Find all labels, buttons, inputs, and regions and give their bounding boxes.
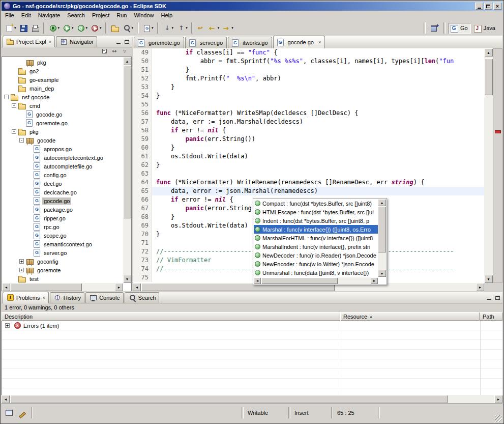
scroll-right-arrow[interactable]: ► bbox=[115, 283, 123, 291]
editor-vertical-scrollbar[interactable]: ▲ ▼ bbox=[484, 48, 493, 283]
scroll-left-arrow[interactable]: ◄ bbox=[2, 395, 10, 403]
scrollbar-thumb[interactable] bbox=[261, 277, 338, 284]
scrollbar-thumb[interactable] bbox=[11, 283, 82, 291]
bottom-tab-problems[interactable]: Problems× bbox=[3, 292, 49, 303]
scroll-up-arrow[interactable]: ▲ bbox=[378, 199, 386, 206]
tree-item-gocode-go[interactable]: gocode.go bbox=[2, 196, 123, 205]
run-button[interactable]: ▾ bbox=[62, 23, 75, 34]
menu-file[interactable]: File bbox=[2, 11, 18, 19]
print-button[interactable] bbox=[30, 23, 41, 34]
overview-ruler[interactable] bbox=[493, 48, 502, 283]
editor-tab-gocode-go[interactable]: gocode.go× bbox=[273, 36, 325, 49]
scroll-down-arrow[interactable]: ▼ bbox=[484, 275, 493, 283]
close-button[interactable]: × bbox=[493, 3, 501, 10]
minimize-view-button[interactable] bbox=[115, 39, 122, 45]
scroll-right-arrow[interactable]: ► bbox=[494, 395, 502, 403]
line-number[interactable]: 64 bbox=[133, 178, 152, 187]
maximize-view-button[interactable] bbox=[123, 39, 130, 45]
line-number[interactable]: 60 bbox=[133, 144, 152, 152]
scroll-down-arrow[interactable]: ▼ bbox=[123, 275, 131, 283]
tree-item-config-go[interactable]: config.go bbox=[2, 171, 123, 179]
editor-mode-icon[interactable] bbox=[17, 408, 27, 417]
perspective-go[interactable]: Go bbox=[449, 23, 471, 34]
code-line-51[interactable]: 51 } bbox=[133, 66, 484, 74]
editor-tab-server-go[interactable]: server.go bbox=[185, 37, 227, 48]
scrollbar-thumb[interactable] bbox=[10, 395, 448, 403]
completion-item-unmarshal[interactable]: Unmarshal : func(data []uint8, v interfa… bbox=[254, 268, 378, 277]
menu-navigate[interactable]: Navigate bbox=[35, 11, 64, 19]
menu-search[interactable]: Search bbox=[64, 11, 88, 19]
tree-item-autocompletefile-go[interactable]: autocompletefile.go bbox=[2, 162, 123, 171]
external-tools-button[interactable]: ▾ bbox=[90, 23, 103, 34]
tree-expander-icon[interactable]: + bbox=[19, 259, 24, 264]
problems-row-errors-1-item[interactable]: +×Errors (1 item) bbox=[2, 321, 502, 330]
tree-expander-icon[interactable]: - bbox=[12, 129, 16, 134]
code-line-50[interactable]: 50 abbr = fmt.Sprintf("%s %s%s", classes… bbox=[133, 57, 484, 66]
line-number[interactable]: 61 bbox=[133, 152, 152, 161]
scroll-left-arrow[interactable]: ◄ bbox=[133, 283, 141, 291]
scroll-left-arrow[interactable]: ◄ bbox=[254, 277, 261, 284]
maximize-view-button[interactable] bbox=[494, 295, 501, 301]
save-button[interactable] bbox=[18, 23, 29, 34]
line-number[interactable]: 74 bbox=[133, 265, 152, 273]
new-wizard-button[interactable]: ▾ bbox=[4, 23, 17, 34]
column-header-resource[interactable]: Resource▲ bbox=[340, 312, 480, 321]
problems-horizontal-scrollbar[interactable]: ◄ ► bbox=[2, 395, 502, 403]
prev-annotation-button[interactable]: ▾ bbox=[175, 23, 189, 34]
close-icon[interactable]: × bbox=[49, 39, 51, 44]
completion-item-newdecoder[interactable]: NewDecoder : func(r io.Reader) *json.Dec… bbox=[254, 251, 378, 260]
tree-item-semanticcontext-go[interactable]: semanticcontext.go bbox=[2, 240, 123, 248]
explorer-tab-navigator[interactable]: Navigator bbox=[56, 36, 97, 47]
editor-tab-itworks-go[interactable]: itworks.go bbox=[228, 37, 272, 48]
bottom-tab-search[interactable]: Search bbox=[125, 292, 160, 303]
tree-item-goremote-go[interactable]: goremote.go bbox=[2, 119, 123, 127]
tree-item-server-go[interactable]: server.go bbox=[2, 248, 123, 257]
scroll-down-arrow[interactable]: ▼ bbox=[378, 270, 386, 277]
line-number[interactable]: 49 bbox=[133, 48, 152, 57]
line-number[interactable]: 72 bbox=[133, 247, 152, 256]
last-edit-button[interactable] bbox=[196, 23, 206, 34]
code-line-62[interactable]: 62} bbox=[133, 161, 484, 169]
titlebar[interactable]: Go - nsf-gocode/src/pkg/gocode/gocode.go… bbox=[2, 2, 502, 11]
scrollbar-thumb[interactable] bbox=[378, 207, 386, 252]
completion-item-htmlescape[interactable]: HTMLEscape : func(dst *bytes.Buffer, src… bbox=[254, 208, 378, 216]
tree-item-cmd[interactable]: -cmd bbox=[2, 101, 123, 110]
code-line-49[interactable]: 49 if classes[i] == "func" { bbox=[133, 48, 484, 57]
tree-item-go2[interactable]: go2 bbox=[2, 67, 123, 75]
code-line-63[interactable]: 63 bbox=[133, 169, 484, 178]
line-number[interactable]: 66 bbox=[133, 195, 152, 204]
scroll-up-arrow[interactable]: ▲ bbox=[484, 48, 493, 56]
line-number[interactable]: 69 bbox=[133, 221, 152, 230]
menu-edit[interactable]: Edit bbox=[18, 11, 35, 19]
tree-item-main-dep[interactable]: main_dep bbox=[2, 84, 123, 93]
code-line-56[interactable]: 56func (*NiceFormatter) WriteSMap(declde… bbox=[133, 109, 484, 118]
code-line-61[interactable]: 61 os.Stdout.Write(data) bbox=[133, 152, 484, 161]
tree-expander-icon[interactable]: - bbox=[19, 138, 24, 143]
code-line-58[interactable]: 58 if err != nil { bbox=[133, 126, 484, 135]
view-menu-icon[interactable] bbox=[122, 48, 130, 55]
search-button[interactable]: ▾ bbox=[122, 23, 135, 34]
code-line-55[interactable]: 55 bbox=[133, 100, 484, 109]
code-line-64[interactable]: 64func (*NiceFormatter) WriteRename(rena… bbox=[133, 178, 484, 187]
close-icon[interactable]: × bbox=[318, 40, 321, 45]
popup-vertical-scrollbar[interactable]: ▲ ▼ bbox=[378, 199, 386, 277]
line-number[interactable]: 50 bbox=[133, 57, 152, 66]
completion-item-marshalindent[interactable]: MarshalIndent : func(v interface{}, pref… bbox=[254, 242, 378, 251]
code-line-65[interactable]: 65 data, error := json.Marshal(renamedes… bbox=[133, 187, 484, 195]
tree-item-scope-go[interactable]: scope.go bbox=[2, 231, 123, 240]
tree-item-autocompletecontext-go[interactable]: autocompletecontext.go bbox=[2, 153, 123, 162]
line-number[interactable]: 57 bbox=[133, 118, 152, 126]
line-number[interactable]: 65 bbox=[133, 187, 152, 195]
completion-item-newencoder[interactable]: NewEncoder : func(w io.Writer) *json.Enc… bbox=[254, 260, 378, 268]
code-line-59[interactable]: 59 panic(err.String()) bbox=[133, 135, 484, 144]
tree-item-pkg[interactable]: pkg bbox=[2, 58, 123, 67]
open-perspective-button[interactable] bbox=[429, 23, 440, 34]
scrollbar-thumb[interactable] bbox=[123, 66, 131, 218]
error-marker[interactable] bbox=[495, 130, 501, 133]
scrollbar-thumb[interactable] bbox=[484, 59, 493, 95]
explorer-tab-project-expl[interactable]: Project Expl× bbox=[3, 36, 55, 47]
scroll-up-arrow[interactable]: ▲ bbox=[123, 57, 131, 65]
explorer-horizontal-scrollbar[interactable]: ◄ ► bbox=[2, 283, 123, 291]
line-number[interactable]: 58 bbox=[133, 126, 152, 135]
bottom-tab-history[interactable]: History bbox=[50, 292, 84, 303]
